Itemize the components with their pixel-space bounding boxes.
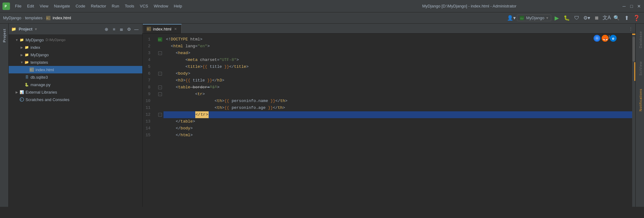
tree-label-db: db.sqlite3: [31, 75, 48, 80]
code-line-14: </body>: [163, 125, 632, 132]
window-title: MyDjango [D:\MyDjango] - index.html - Ad…: [317, 4, 622, 8]
tab-close-button[interactable]: ✕: [173, 27, 178, 31]
menu-vcs[interactable]: VCS: [137, 2, 151, 10]
code-line-7: <h3>{{ title }}</h3>: [163, 77, 632, 84]
svg-text:H: H: [147, 28, 149, 30]
coverage-button[interactable]: 🛡: [572, 14, 581, 22]
run-config-label: MyDjango: [526, 16, 544, 20]
project-panel-header: 📁 Project ▾ ⊕ ≡ ≣ ⚙ —: [9, 24, 142, 35]
tree-item-ext-libs[interactable]: ▶ 📊 External Libraries: [9, 88, 142, 96]
dropdown-arrow: ▾: [35, 27, 37, 31]
gutter-8[interactable]: −: [157, 84, 163, 91]
vertical-scrollbar[interactable]: [632, 34, 635, 207]
menu-bar: File Edit View Navigate Code Refactor Ru…: [12, 2, 317, 10]
menu-file[interactable]: File: [12, 2, 24, 10]
menu-view[interactable]: View: [37, 2, 51, 10]
edge-icon[interactable]: e: [610, 35, 617, 42]
tab-indexhtml[interactable]: H index.html ✕: [143, 24, 182, 33]
gutter: DJ − − −: [157, 34, 163, 207]
scroll-thumb[interactable]: [632, 37, 635, 62]
breadcrumb: MyDjango › templates › H index.html: [3, 16, 505, 21]
more-run-button[interactable]: ⚙▾: [582, 14, 591, 22]
update-button[interactable]: ⬆: [622, 14, 631, 22]
tree-item-mydjango-sub[interactable]: ▶ 📁 MyDjango: [9, 51, 142, 58]
chrome-icon[interactable]: [594, 35, 600, 42]
user-button[interactable]: 👤▾: [507, 14, 516, 22]
arrow-ext-libs: ▶: [15, 90, 19, 94]
run-config-arrow: ▾: [546, 16, 548, 20]
breadcrumb-sep-1: ›: [23, 16, 24, 20]
gutter-11: [157, 104, 163, 111]
menu-window[interactable]: Window: [151, 2, 171, 10]
collapse-all-button[interactable]: ≡: [111, 26, 117, 33]
menu-edit[interactable]: Edit: [25, 2, 36, 10]
tab-label-indexhtml: index.html: [153, 27, 171, 31]
run-config[interactable]: DJ MyDjango ▾: [517, 15, 551, 21]
folder-icon-mydjango-sub: 📁: [24, 52, 29, 57]
close-panel-button[interactable]: —: [133, 26, 140, 33]
code-line-6: <body>: [163, 70, 632, 77]
stop-button[interactable]: ⏹: [592, 14, 601, 22]
tab-icon-html: H: [147, 27, 151, 31]
tree-item-db[interactable]: ▶ 🗄 db.sqlite3: [9, 73, 142, 81]
notification-indicator: [634, 62, 635, 81]
editor-tabs: H index.html ✕ ⋮: [143, 24, 635, 34]
scroll-to-button[interactable]: ⊕: [103, 26, 110, 33]
translate-button[interactable]: 文A: [602, 14, 611, 22]
gutter-13: [157, 118, 163, 125]
breadcrumb-templates[interactable]: templates: [25, 16, 42, 20]
mydjango-path: D:\MyDjango: [46, 38, 66, 42]
menu-refactor[interactable]: Refactor: [88, 2, 109, 10]
svg-point-14: [596, 38, 598, 39]
folder-icon-index: 📁: [24, 45, 29, 50]
code-line-1: <!DOCTYPE html>: [163, 36, 632, 43]
code-line-13: </table>: [163, 118, 632, 125]
gutter-3[interactable]: −: [157, 50, 163, 57]
menu-run[interactable]: Run: [109, 2, 122, 10]
tree-item-index-folder[interactable]: ▶ 📁 index: [9, 44, 142, 51]
gutter-9[interactable]: −: [157, 91, 163, 98]
gutter-2: [157, 43, 163, 50]
tree-item-indexhtml[interactable]: ▶ H index.html: [9, 66, 142, 73]
minimize-button[interactable]: ─: [622, 4, 627, 9]
tree-item-managepy[interactable]: ▶ 🐍 manage.py: [9, 81, 142, 88]
settings-button[interactable]: ⚙: [125, 26, 132, 33]
tab-overflow-button[interactable]: ⋮: [626, 24, 635, 33]
run-button[interactable]: ▶: [552, 14, 561, 22]
debug-button[interactable]: 🐛: [562, 14, 571, 22]
file-tree: ▼ 📁 MyDjango D:\MyDjango ▶ 📁 index ▶ 📁 M…: [9, 35, 142, 207]
menu-help[interactable]: Help: [171, 2, 185, 10]
breadcrumb-mydjango[interactable]: MyDjango: [3, 16, 21, 20]
tree-item-templates[interactable]: ▼ 📂 templates: [9, 58, 142, 66]
tree-item-mydjango-root[interactable]: ▼ 📁 MyDjango D:\MyDjango: [9, 36, 142, 44]
code-line-9: <tr>: [163, 91, 632, 98]
svg-text:H: H: [46, 17, 48, 20]
code-content[interactable]: <!DOCTYPE html> <html lang="en"> <head> …: [163, 34, 632, 207]
project-panel: 📁 Project ▾ ⊕ ≡ ≣ ⚙ — ▼ 📁 MyDjango D:\My…: [9, 24, 143, 207]
gutter-12[interactable]: −: [157, 111, 163, 118]
tree-label-indexhtml: index.html: [36, 67, 54, 72]
project-panel-title: Project: [19, 27, 32, 31]
maximize-button[interactable]: □: [629, 4, 634, 9]
menu-navigate[interactable]: Navigate: [51, 2, 72, 10]
arrow-mydjango-sub: ▶: [20, 53, 24, 57]
sciview-panel-tab[interactable]: SciView: [636, 55, 644, 82]
tree-label-templates: templates: [31, 60, 48, 65]
search-everywhere-button[interactable]: 🔍: [612, 14, 621, 22]
menu-code[interactable]: Code: [73, 2, 88, 10]
project-panel-tab[interactable]: Project: [1, 25, 7, 46]
help-button[interactable]: ❓: [632, 14, 641, 22]
close-button[interactable]: ✕: [637, 4, 642, 9]
file-icon-db: 🗄: [24, 75, 29, 80]
panel-header-right: ⊕ ≡ ≣ ⚙ —: [103, 26, 140, 33]
breadcrumb-indexhtml[interactable]: H index.html: [46, 16, 71, 21]
tree-item-scratches[interactable]: ▶ S Scratches and Consoles: [9, 96, 142, 103]
database-panel-tab[interactable]: Database: [636, 25, 644, 54]
scratches-icon: S: [19, 97, 24, 102]
folder-icon-templates: 📂: [24, 60, 29, 65]
gutter-6[interactable]: −: [157, 70, 163, 77]
expand-button[interactable]: ≣: [118, 26, 125, 33]
menu-tools[interactable]: Tools: [122, 2, 137, 10]
notifications-panel-tab[interactable]: Notifications: [636, 82, 644, 118]
firefox-icon[interactable]: 🦊: [602, 35, 608, 42]
